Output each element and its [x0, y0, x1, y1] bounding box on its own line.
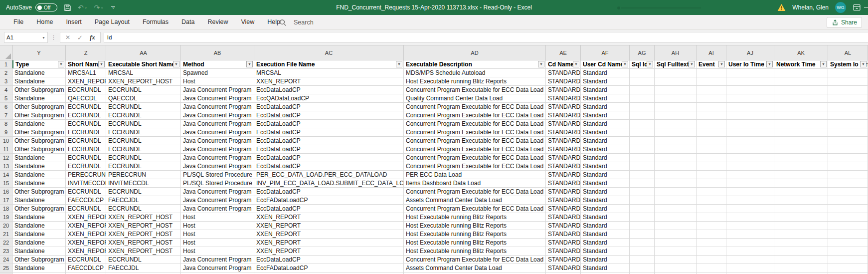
cell-AD22[interactable]: Host Executable running Blitz Reports [404, 239, 546, 247]
cell-AB11[interactable]: Java Concurrent Program [181, 145, 254, 153]
header-cell-executable-description[interactable]: Executable Description▼ [404, 60, 546, 68]
cell-AD25[interactable]: Assets Command Center Data Load [404, 264, 546, 272]
cell-AL18[interactable] [828, 205, 868, 213]
cell-Z20[interactable]: XXEN_REPORT [66, 222, 106, 230]
cell-AK14[interactable] [774, 171, 828, 179]
cell-AF3[interactable]: Standard [581, 77, 630, 85]
row-header-21[interactable]: 21 [0, 230, 12, 238]
cell-AB23[interactable]: Host [181, 247, 254, 255]
column-header-AC[interactable]: AC [254, 45, 404, 60]
cell-AH6[interactable] [655, 103, 696, 111]
cell-AK19[interactable] [774, 213, 828, 221]
cell-AJ11[interactable] [726, 145, 774, 153]
search-box[interactable]: Search [279, 15, 314, 30]
cell-AI10[interactable] [696, 137, 726, 145]
header-cell-system-io-time[interactable]: System Io Time▼ [828, 60, 868, 68]
cell-Y19[interactable]: Standalone [12, 213, 66, 221]
cell-AH10[interactable] [655, 137, 696, 145]
cell-AK3[interactable] [774, 77, 828, 85]
cell-AB15[interactable]: PL/SQL Stored Procedure [181, 179, 254, 187]
cell-AA8[interactable]: ECCRUNDL [106, 120, 181, 128]
cell-AD3[interactable]: Host Executable running Blitz Reports [404, 77, 546, 85]
cell-Y25[interactable]: Standalone [12, 264, 66, 272]
cell-AK18[interactable] [774, 205, 828, 213]
cell-AL7[interactable] [828, 111, 868, 119]
cell-AK2[interactable] [774, 69, 828, 77]
header-cell-type[interactable]: Type▼ [12, 60, 66, 68]
cell-AJ18[interactable] [726, 205, 774, 213]
cell-AL13[interactable] [828, 162, 868, 170]
cell-AJ24[interactable] [726, 256, 774, 264]
share-button[interactable]: Share [827, 17, 862, 28]
filter-dropdown-short-name[interactable]: ▼ [98, 61, 105, 67]
cell-AC5[interactable]: EccQADataLoadCP [254, 94, 404, 102]
column-header-Y[interactable]: Y [12, 45, 66, 60]
cell-Z6[interactable]: ECCRUNDL [66, 103, 106, 111]
cell-AG22[interactable] [630, 239, 655, 247]
cell-AC15[interactable]: INV_PIM_ECC_DATA_LOAD.SUBMIT_ECC_DATA_LO… [254, 179, 404, 187]
cell-AI24[interactable] [696, 256, 726, 264]
header-cell-network-time[interactable]: Network Time▼ [774, 60, 828, 68]
filter-dropdown-method[interactable]: ▼ [246, 61, 253, 67]
cell-AI18[interactable] [696, 205, 726, 213]
row-header-8[interactable]: 8 [0, 120, 12, 128]
tab-file[interactable]: File [7, 15, 30, 29]
cell-AD8[interactable]: Concurrent Program Executable for ECC Da… [404, 120, 546, 128]
cell-AA15[interactable]: INVITMECCDL [106, 179, 181, 187]
cell-AE24[interactable]: STANDARD [546, 256, 581, 264]
cell-AK15[interactable] [774, 179, 828, 187]
cell-Y20[interactable]: Standalone [12, 222, 66, 230]
cell-Z22[interactable]: XXEN_REPORT [66, 239, 106, 247]
row-header-1[interactable]: 1 [0, 60, 12, 68]
cell-AH5[interactable] [655, 94, 696, 102]
cell-AD7[interactable]: Concurrent Program Executable for ECC Da… [404, 111, 546, 119]
filter-dropdown-sql-fulltext[interactable]: ▼ [689, 61, 695, 67]
column-header-AE[interactable]: AE [546, 45, 581, 60]
tab-insert[interactable]: Insert [60, 15, 88, 29]
cell-AD21[interactable]: Host Executable running Blitz Reports [404, 230, 546, 238]
cell-AJ17[interactable] [726, 196, 774, 204]
cell-AH21[interactable] [655, 230, 696, 238]
cell-AF20[interactable]: Standard [581, 222, 630, 230]
cell-AA19[interactable]: XXEN_REPORT_HOST [106, 213, 181, 221]
cell-AE13[interactable]: STANDARD [546, 162, 581, 170]
cell-AF24[interactable]: Standard [581, 256, 630, 264]
filter-dropdown-user-io-time[interactable]: ▼ [766, 61, 773, 67]
row-header-2[interactable]: 2 [0, 69, 12, 77]
cell-AG11[interactable] [630, 145, 655, 153]
cell-AK5[interactable] [774, 94, 828, 102]
cell-Z13[interactable]: ECCRUNDL [66, 162, 106, 170]
filter-dropdown-user-cd-name[interactable]: ▼ [622, 61, 628, 67]
cell-AB10[interactable]: Java Concurrent Program [181, 137, 254, 145]
cell-AI12[interactable] [696, 154, 726, 162]
cell-AC18[interactable]: EccDataLoadCP [254, 205, 404, 213]
name-box[interactable]: A1 ▼ [4, 32, 48, 43]
cell-AL9[interactable] [828, 128, 868, 136]
cell-AG9[interactable] [630, 128, 655, 136]
cell-Z25[interactable]: FAECCDLCP [66, 264, 106, 272]
cell-AG8[interactable] [630, 120, 655, 128]
column-header-AB[interactable]: AB [181, 45, 254, 60]
cell-AH24[interactable] [655, 256, 696, 264]
cell-Z5[interactable]: QAECCDL [66, 94, 106, 102]
cell-Y17[interactable]: Standalone [12, 196, 66, 204]
cell-AG23[interactable] [630, 247, 655, 255]
cell-AL21[interactable] [828, 230, 868, 238]
cell-AB17[interactable]: Java Concurrent Program [181, 196, 254, 204]
filter-dropdown-executable-short-name[interactable]: ▼ [173, 61, 179, 67]
cell-Z10[interactable]: ECCRUNDL [66, 137, 106, 145]
cell-AC6[interactable]: EccDataLoadCP [254, 103, 404, 111]
cell-AI14[interactable] [696, 171, 726, 179]
cell-AE3[interactable]: STANDARD [546, 77, 581, 85]
cell-AE25[interactable]: STANDARD [546, 264, 581, 272]
cell-AC4[interactable]: EccDataLoadCP [254, 86, 404, 94]
cell-AL19[interactable] [828, 213, 868, 221]
cell-Z15[interactable]: INVITMECCDL [66, 179, 106, 187]
cell-AG21[interactable] [630, 230, 655, 238]
save-button[interactable] [64, 4, 71, 11]
cell-AJ9[interactable] [726, 128, 774, 136]
cell-Y12[interactable]: Standalone [12, 154, 66, 162]
header-cell-execution-file-name[interactable]: Execution File Name▼ [254, 60, 404, 68]
header-cell-event[interactable]: Event▼ [696, 60, 726, 68]
cancel-icon[interactable]: ✕ [65, 34, 70, 41]
